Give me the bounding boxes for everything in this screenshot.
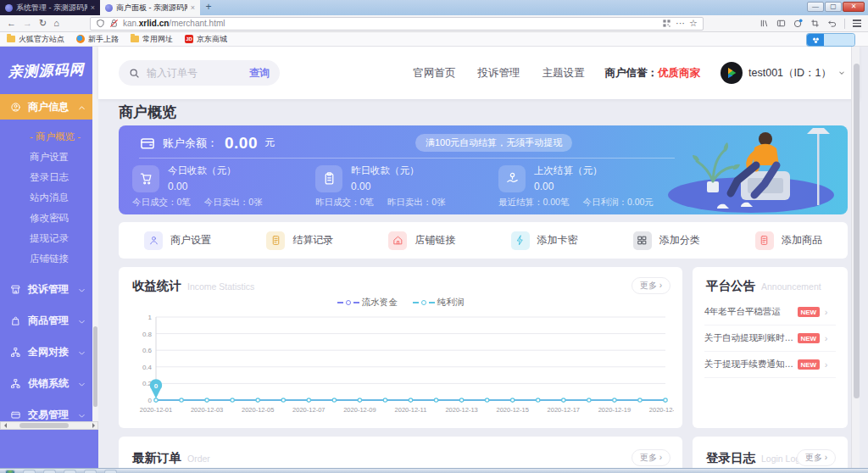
bookmarks-bar-items: 火狐官方站点新手上路常用网址JD京东商城 — [7, 34, 227, 45]
quick-action-添加分类[interactable]: 添加分类 — [633, 231, 700, 250]
start-button[interactable] — [5, 470, 15, 473]
close-button[interactable]: ✕ — [843, 2, 865, 12]
balance-label: 账户余额： — [163, 136, 218, 151]
bottom-row: 最新订单 Order 更多 › 登录日志 Login Log 更多 › — [119, 437, 848, 468]
svg-text:0.8: 0.8 — [142, 331, 153, 338]
qr-scan-icon[interactable] — [662, 19, 671, 28]
sidebar-item-active[interactable]: 商户概览 — [0, 126, 92, 147]
topbar-link[interactable]: 投诉管理 — [478, 66, 520, 81]
orders-title: 最新订单 — [132, 450, 181, 466]
legend-item[interactable]: 纯利润 — [413, 297, 465, 309]
extension-icon[interactable] — [793, 19, 803, 28]
browser-tab-inactive[interactable]: 系统管理 - 亲测源码网 www.q × — [0, 0, 100, 15]
horizontal-scrollbar-thumb[interactable] — [19, 423, 69, 428]
latest-orders-card: 最新订单 Order 更多 › — [119, 437, 682, 468]
library-icon[interactable] — [760, 19, 769, 28]
sidebar-scrollbar-thumb[interactable] — [93, 326, 97, 407]
taskbar-item[interactable] — [43, 470, 56, 473]
sidebar-section[interactable]: 交易管理 — [0, 399, 92, 421]
tab-close-icon[interactable]: × — [91, 3, 95, 12]
insecure-lock-icon[interactable] — [109, 19, 119, 28]
topbar-link[interactable]: 官网首页 — [414, 66, 456, 81]
svg-text:2020-12-19: 2020-12-19 — [598, 406, 631, 414]
order-search[interactable]: 查询 — [119, 60, 280, 86]
sidebar-item-link[interactable]: 登录日志 — [0, 167, 92, 187]
scroll-right-arrow[interactable] — [89, 422, 97, 429]
sidebar-section-merchant-info[interactable]: 商户信息 — [0, 94, 92, 120]
home-icon[interactable]: ⌂ — [53, 19, 59, 28]
windows-taskbar[interactable] — [0, 468, 868, 473]
bookmark-item[interactable]: 新手上路 — [76, 34, 119, 45]
sidebar-item-link[interactable]: 站内消息 — [0, 187, 92, 208]
announcement-item[interactable]: 关于提现手续费通知必看 NEW › — [704, 352, 836, 378]
login-log-more-button[interactable]: 更多 › — [797, 449, 836, 466]
maximize-button[interactable]: ▢ — [825, 2, 842, 12]
cluster-icon[interactable] — [807, 34, 824, 46]
income-more-button[interactable]: 更多 › — [632, 277, 670, 294]
tab-close-icon[interactable]: × — [191, 3, 195, 12]
sidebar-horizontal-scrollbar[interactable] — [0, 421, 98, 430]
sidebar-section[interactable]: 全网对接 — [0, 337, 92, 368]
topbar-link[interactable]: 主题设置 — [542, 66, 585, 81]
sidebar-toggle-icon[interactable] — [776, 19, 786, 28]
menu-icon[interactable] — [853, 19, 861, 27]
undo-icon[interactable] — [827, 19, 837, 28]
svg-text:1: 1 — [148, 314, 153, 321]
page-actions-icon[interactable]: ··· — [676, 19, 685, 28]
sidebar-submenu: 商户概览商户设置登录日志站内消息修改密码提现记录店铺链接 — [0, 120, 92, 274]
page-title-row: 商户概览 — [98, 99, 860, 125]
screenshot-icon[interactable] — [810, 19, 820, 28]
stat-footer-text: 今日卖出：0张 — [204, 197, 263, 209]
page-scrollbar[interactable] — [851, 47, 860, 468]
taskbar-item[interactable] — [23, 470, 36, 473]
bookmark-item[interactable]: JD京东商城 — [185, 34, 227, 45]
refresh-icon[interactable]: ↻ — [39, 19, 47, 28]
sidebar-item-link[interactable]: 修改密码 — [0, 208, 92, 228]
announcement-item[interactable]: 4年老平台平稳营运 NEW › — [704, 299, 836, 326]
sidebar-scrollbar[interactable] — [92, 47, 98, 421]
back-icon[interactable]: ← — [7, 19, 16, 28]
svg-text:2020-12-13: 2020-12-13 — [445, 406, 477, 414]
sidebar-item-link[interactable]: 商户设置 — [0, 147, 92, 167]
search-input[interactable] — [147, 67, 227, 79]
quick-action-店铺链接[interactable]: 店铺链接 — [388, 231, 455, 250]
sidebar-section[interactable]: 投诉管理 — [0, 274, 92, 305]
taskbar-item[interactable] — [104, 470, 117, 473]
sidebar-section[interactable]: 商品管理 — [0, 305, 92, 337]
stat-value: 0.00 — [351, 181, 420, 192]
user-menu[interactable]: test001（ID：1） — [721, 62, 846, 84]
shield-icon[interactable] — [96, 19, 105, 28]
sidebar-item-link[interactable]: 提现记录 — [0, 228, 92, 248]
quick-action-商户设置[interactable]: 商户设置 — [144, 231, 211, 250]
extension-field[interactable] — [824, 34, 854, 46]
quick-action-结算记录[interactable]: 结算记录 — [266, 231, 333, 250]
taskbar-item[interactable] — [64, 470, 76, 473]
announcement-item[interactable]: 关于自动提现到账时间通知必看 NEW › — [704, 326, 836, 352]
quick-action-添加商品[interactable]: 添加商品 — [755, 231, 822, 250]
bookmark-item[interactable]: 常用网址 — [131, 34, 173, 45]
new-tab-button[interactable]: + — [200, 0, 217, 15]
announcement-text: 4年老平台平稳营运 — [704, 306, 796, 318]
minimize-button[interactable]: — — [807, 2, 824, 12]
sidebar-item-link[interactable]: 店铺链接 — [0, 248, 92, 269]
income-chart-box: 00.20.40.60.812020-12-012020-12-032020-1… — [127, 310, 676, 425]
legend-item[interactable]: 流水资金 — [337, 297, 398, 309]
sidebar-section[interactable]: 供销系统 — [0, 368, 92, 399]
forward-icon[interactable]: → — [23, 19, 32, 28]
announcements-card: 平台公告 Announcement 4年老平台平稳营运 NEW ›关于自动提现到… — [693, 267, 848, 428]
page-scrollbar-thumb[interactable] — [854, 64, 860, 398]
url-bar[interactable]: kan.xrlid.cn/merchant.html ··· ☆ — [90, 17, 704, 31]
bookmark-star-icon[interactable]: ☆ — [689, 19, 698, 28]
scroll-left-arrow[interactable] — [1, 422, 9, 429]
orders-more-button[interactable]: 更多 › — [632, 449, 670, 466]
bookmark-item[interactable]: 火狐官方站点 — [7, 34, 64, 45]
search-button[interactable]: 查询 — [249, 66, 270, 81]
quick-action-添加卡密[interactable]: 添加卡密 — [511, 231, 578, 250]
tab-title: 系统管理 - 亲测源码网 www.q — [16, 3, 87, 14]
clipboard-icon — [322, 171, 337, 186]
browser-toolbar: ← → ↻ ⌂ kan.xrlid.cn/merchant.html ··· ☆ — [0, 15, 868, 32]
cart-icon — [139, 171, 153, 186]
extension-popup[interactable] — [807, 34, 854, 46]
browser-tab-active[interactable]: 商户面板 - 亲测源码网 www.q × — [100, 0, 200, 15]
taskbar-item[interactable] — [84, 470, 97, 473]
